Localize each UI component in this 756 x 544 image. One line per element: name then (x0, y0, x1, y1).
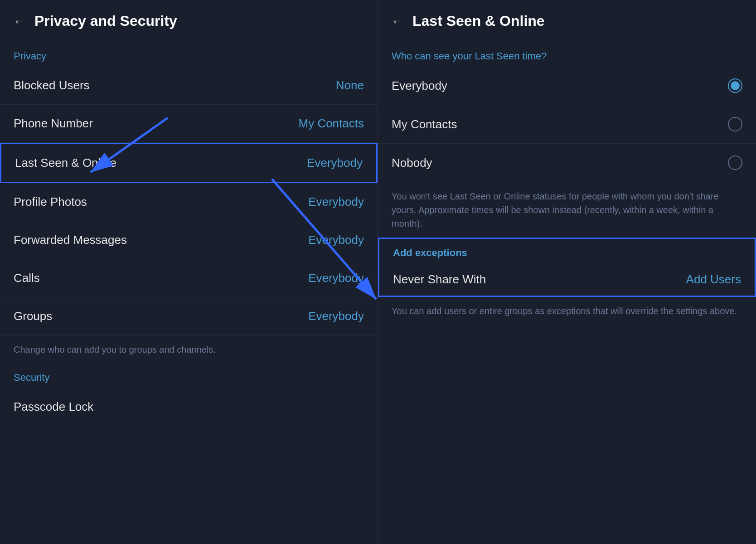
left-header: ← Privacy and Security (0, 0, 378, 42)
phone-number-label: Phone Number (14, 117, 93, 131)
last-seen-description: You won't see Last Seen or Online status… (378, 182, 756, 238)
everybody-radio-circle[interactable] (728, 78, 742, 93)
nobody-radio-item[interactable]: Nobody (378, 144, 756, 182)
blocked-users-label: Blocked Users (14, 78, 90, 92)
never-share-label: Never Share With (393, 272, 486, 287)
left-header-title: Privacy and Security (34, 13, 177, 29)
forwarded-messages-item[interactable]: Forwarded Messages Everybody (0, 221, 378, 259)
last-seen-value: Everybody (307, 156, 363, 170)
security-section-label: Security (0, 364, 378, 388)
last-seen-label: Last Seen & Online (15, 156, 116, 170)
calls-item[interactable]: Calls Everybody (0, 259, 378, 297)
add-users-button[interactable]: Add Users (686, 272, 741, 287)
right-back-button[interactable]: ← (392, 15, 403, 27)
passcode-lock-item[interactable]: Passcode Lock (0, 388, 378, 426)
profile-photos-value: Everybody (308, 195, 364, 209)
my-contacts-radio-label: My Contacts (392, 117, 457, 131)
blocked-users-item[interactable]: Blocked Users None (0, 67, 378, 105)
phone-number-item[interactable]: Phone Number My Contacts (0, 105, 378, 143)
privacy-section-label: Privacy (0, 42, 378, 67)
page-wrapper: ← Privacy and Security Privacy Blocked U… (0, 0, 756, 544)
groups-item[interactable]: Groups Everybody (0, 297, 378, 335)
groups-hint: Change who can add you to groups and cha… (0, 335, 378, 364)
everybody-radio-item[interactable]: Everybody (378, 67, 756, 105)
phone-number-value: My Contacts (299, 117, 364, 131)
exceptions-container: Add exceptions Never Share With Add User… (378, 238, 756, 297)
forwarded-messages-label: Forwarded Messages (14, 233, 127, 247)
never-share-row[interactable]: Never Share With Add Users (379, 263, 755, 296)
groups-label: Groups (14, 309, 52, 323)
left-panel: ← Privacy and Security Privacy Blocked U… (0, 0, 378, 544)
groups-value: Everybody (308, 309, 364, 323)
nobody-radio-label: Nobody (392, 156, 432, 170)
nobody-radio-circle[interactable] (728, 155, 742, 170)
calls-label: Calls (14, 271, 40, 285)
left-back-button[interactable]: ← (14, 15, 25, 27)
forwarded-messages-value: Everybody (308, 233, 364, 247)
my-contacts-radio-item[interactable]: My Contacts (378, 105, 756, 144)
everybody-radio-label: Everybody (392, 79, 447, 93)
blocked-users-value: None (336, 78, 364, 92)
my-contacts-radio-circle[interactable] (728, 117, 742, 131)
right-header-title: Last Seen & Online (412, 13, 545, 29)
exceptions-footer: You can add users or entire groups as ex… (378, 297, 756, 325)
who-can-see-label: Who can see your Last Seen time? (378, 42, 756, 67)
passcode-lock-label: Passcode Lock (14, 400, 93, 414)
last-seen-item[interactable]: Last Seen & Online Everybody (0, 143, 378, 183)
profile-photos-label: Profile Photos (14, 195, 87, 209)
add-exceptions-label: Add exceptions (379, 239, 755, 263)
calls-value: Everybody (308, 271, 364, 285)
right-header: ← Last Seen & Online (378, 0, 756, 42)
right-panel: ← Last Seen & Online Who can see your La… (378, 0, 756, 544)
profile-photos-item[interactable]: Profile Photos Everybody (0, 183, 378, 221)
